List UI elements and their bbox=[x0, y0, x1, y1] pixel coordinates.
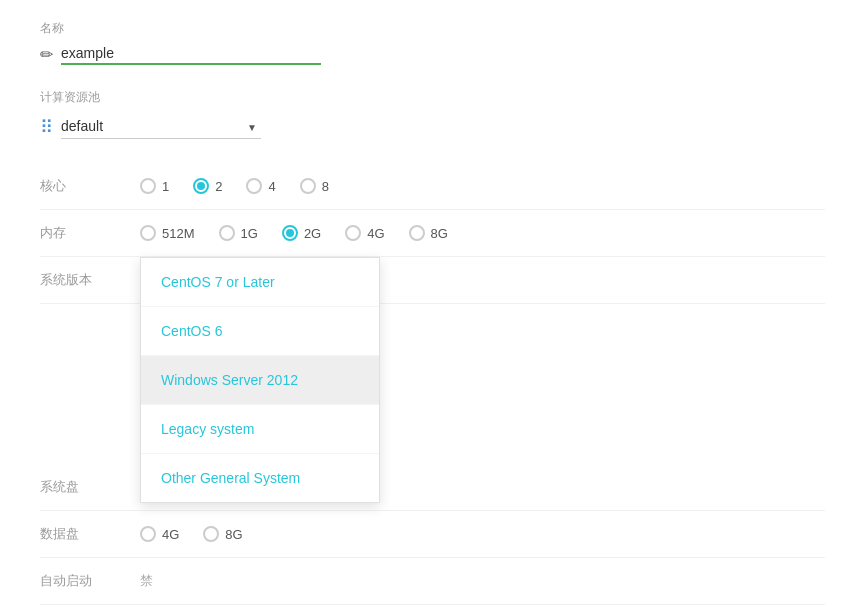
memory-radio-1g[interactable] bbox=[219, 225, 235, 241]
memory-option-8g[interactable]: 8G bbox=[409, 225, 448, 241]
datadisk-options: 4G 8G bbox=[140, 526, 243, 542]
autostart-prefix: 禁 bbox=[140, 572, 153, 590]
os-row: 系统版本 CentOS 7 or Later CentOS 6 Windows … bbox=[40, 257, 825, 304]
datadisk-label: 数据盘 bbox=[40, 525, 140, 543]
dropdown-item-other[interactable]: Other General System bbox=[141, 454, 379, 502]
pool-select[interactable]: default bbox=[61, 114, 261, 139]
memory-label: 内存 bbox=[40, 224, 140, 242]
core-option-4[interactable]: 4 bbox=[246, 178, 275, 194]
core-option-2[interactable]: 2 bbox=[193, 178, 222, 194]
core-option-1[interactable]: 1 bbox=[140, 178, 169, 194]
datadisk-option-8g[interactable]: 8G bbox=[203, 526, 242, 542]
grid-icon: ⠿ bbox=[40, 116, 53, 138]
core-radio-8[interactable] bbox=[300, 178, 316, 194]
memory-row: 内存 512M 1G 2G 4G bbox=[40, 210, 825, 257]
core-label-2: 2 bbox=[215, 179, 222, 194]
autostart-label: 自动启动 bbox=[40, 572, 140, 590]
pool-select-wrapper: default bbox=[61, 114, 261, 139]
memory-option-512m[interactable]: 512M bbox=[140, 225, 195, 241]
core-options: 1 2 4 8 bbox=[140, 178, 329, 194]
memory-radio-512m[interactable] bbox=[140, 225, 156, 241]
datadisk-row: 数据盘 4G 8G bbox=[40, 511, 825, 558]
config-section: 核心 1 2 4 8 bbox=[40, 163, 825, 608]
memory-label-2g: 2G bbox=[304, 226, 321, 241]
dropdown-item-centos7[interactable]: CentOS 7 or Later bbox=[141, 258, 379, 307]
memory-radio-4g[interactable] bbox=[345, 225, 361, 241]
core-label-4: 4 bbox=[268, 179, 275, 194]
edit-icon[interactable]: ✏ bbox=[40, 45, 53, 64]
pool-row: ⠿ default bbox=[40, 114, 825, 139]
dropdown-item-win2012[interactable]: Windows Server 2012 bbox=[141, 356, 379, 405]
form-container: 名称 ✏ 计算资源池 ⠿ default 核心 1 bbox=[0, 0, 865, 608]
pool-label: 计算资源池 bbox=[40, 89, 825, 106]
datadisk-radio-8g[interactable] bbox=[203, 526, 219, 542]
name-input[interactable] bbox=[61, 43, 321, 65]
memory-radio-2g[interactable] bbox=[282, 225, 298, 241]
memory-options: 512M 1G 2G 4G 8G bbox=[140, 225, 448, 241]
datadisk-label-8g: 8G bbox=[225, 527, 242, 542]
memory-option-4g[interactable]: 4G bbox=[345, 225, 384, 241]
name-label: 名称 bbox=[40, 20, 825, 37]
core-label: 核心 bbox=[40, 177, 140, 195]
os-label: 系统版本 bbox=[40, 271, 140, 289]
memory-label-8g: 8G bbox=[431, 226, 448, 241]
core-radio-4[interactable] bbox=[246, 178, 262, 194]
dropdown-item-centos6[interactable]: CentOS 6 bbox=[141, 307, 379, 356]
name-row: ✏ bbox=[40, 43, 825, 65]
memory-option-1g[interactable]: 1G bbox=[219, 225, 258, 241]
name-field-group: 名称 ✏ bbox=[40, 20, 825, 65]
memory-label-1g: 1G bbox=[241, 226, 258, 241]
os-dropdown[interactable]: CentOS 7 or Later CentOS 6 Windows Serve… bbox=[140, 257, 380, 503]
autostart-row: 自动启动 禁 bbox=[40, 558, 825, 605]
core-radio-2[interactable] bbox=[193, 178, 209, 194]
datadisk-option-4g[interactable]: 4G bbox=[140, 526, 179, 542]
name-input-wrapper bbox=[61, 43, 321, 65]
core-row: 核心 1 2 4 8 bbox=[40, 163, 825, 210]
datadisk-label-4g: 4G bbox=[162, 527, 179, 542]
memory-option-2g[interactable]: 2G bbox=[282, 225, 321, 241]
datadisk-radio-4g[interactable] bbox=[140, 526, 156, 542]
core-label-8: 8 bbox=[322, 179, 329, 194]
memory-label-512m: 512M bbox=[162, 226, 195, 241]
dropdown-item-legacy[interactable]: Legacy system bbox=[141, 405, 379, 454]
core-radio-1[interactable] bbox=[140, 178, 156, 194]
pool-field-group: 计算资源池 ⠿ default bbox=[40, 89, 825, 139]
core-label-1: 1 bbox=[162, 179, 169, 194]
memory-label-4g: 4G bbox=[367, 226, 384, 241]
core-option-8[interactable]: 8 bbox=[300, 178, 329, 194]
sysdisk-label: 系统盘 bbox=[40, 478, 140, 496]
memory-radio-8g[interactable] bbox=[409, 225, 425, 241]
